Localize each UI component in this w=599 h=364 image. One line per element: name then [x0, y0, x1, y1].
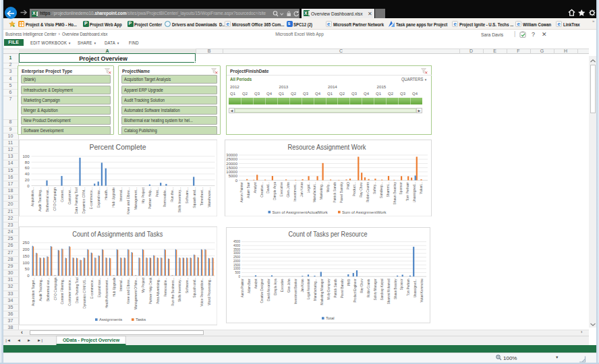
svg-text:1500: 1500 [233, 264, 241, 267]
svg-text:Dimple Arya: Dimple Arya [273, 181, 277, 200]
svg-text:Investment...: Investment... [293, 182, 297, 202]
svg-text:Creative Designer: Creative Designer [260, 278, 264, 303]
svg-text:80: 80 [24, 160, 29, 164]
svg-text:Dynamics CRM US...: Dynamics CRM US... [83, 278, 86, 309]
svg-text:Jan Kotas: Jan Kotas [301, 278, 304, 293]
svg-text:Removable...: Removable... [163, 187, 167, 207]
svg-text:25000: 25000 [226, 157, 237, 161]
svg-text:Shaun Beasley: Shaun Beasley [393, 181, 397, 204]
svg-text:Print Advertising...: Print Advertising... [156, 278, 159, 304]
svg-text:Sum of AssignmentActualWork: Sum of AssignmentActualWork [273, 210, 329, 214]
svg-text:Count of Tasks per Resource: Count of Tasks per Resource [289, 231, 368, 238]
svg-text:150: 150 [22, 254, 30, 258]
svg-text:Knee and Elbow...: Knee and Elbow... [127, 278, 130, 304]
svg-text:Assignments: Assignments [99, 317, 122, 322]
svg-text:Glen John: Glen John [287, 278, 291, 293]
svg-text:Acquisition...: Acquisition... [30, 187, 34, 206]
svg-text:Warehouse...: Warehouse... [206, 187, 210, 208]
svg-text:Partner Help...: Partner Help... [148, 187, 152, 209]
svg-text:Molly...: Molly... [326, 182, 330, 192]
svg-text:Patrick Sands: Patrick Sands [333, 181, 337, 202]
svg-text:E-commerce...: E-commerce... [90, 278, 93, 299]
svg-text:20: 20 [24, 177, 29, 181]
svg-text:Adam Barr: Adam Barr [246, 181, 250, 198]
svg-text:Removable...: Removable... [163, 278, 167, 297]
svg-text:4000: 4000 [233, 244, 241, 247]
svg-text:Tasks: Tasks [136, 317, 146, 322]
svg-text:Run the...: Run the... [170, 187, 174, 202]
svg-text:PMO: PMO [346, 181, 350, 189]
svg-text:Yukari...: Yukari... [419, 182, 423, 194]
svg-text:Voice Recognition...: Voice Recognition... [200, 278, 204, 307]
svg-text:Patrick Sands: Patrick Sands [334, 278, 337, 298]
svg-text:Legal...: Legal... [306, 182, 310, 193]
svg-text:Word Processing...: Word Processing... [207, 278, 210, 305]
svg-text:Health Assessment...: Health Assessment... [105, 278, 108, 309]
svg-text:Content...: Content... [59, 187, 63, 202]
svg-text:Audit Tracking...: Audit Tracking... [37, 187, 41, 212]
svg-text:Dimple Arya: Dimple Arya [274, 278, 277, 295]
svg-text:Management...: Management... [133, 187, 137, 210]
svg-text:Content Filtering...: Content Filtering... [61, 278, 64, 305]
svg-text:Sponsor: Sponsor [399, 181, 403, 194]
svg-text:Data Parsing Tool: Data Parsing Tool [74, 187, 78, 214]
svg-text:5000: 5000 [229, 174, 238, 178]
svg-text:Data Parsing Tool: Data Parsing Tool [76, 278, 79, 304]
svg-text:10000: 10000 [226, 170, 237, 174]
svg-text:Customer service...: Customer service... [68, 278, 72, 306]
svg-text:Yukari Kemmotsu: Yukari Kemmotsu [420, 278, 424, 303]
svg-text:Ray Chow: Ray Chow [360, 278, 364, 293]
svg-text:Aaron Painter: Aaron Painter [241, 278, 244, 297]
svg-text:Executive: Executive [279, 181, 283, 196]
svg-text:100: 100 [22, 261, 30, 265]
svg-text:Expand raw...: Expand raw... [96, 187, 101, 208]
svg-text:CFO Campaign: CFO Campaign [52, 187, 56, 210]
svg-text:Internal...: Internal... [118, 187, 122, 202]
svg-text:500: 500 [235, 271, 240, 274]
svg-text:My Project: My Project [140, 187, 144, 203]
svg-text:Internal...: Internal... [119, 278, 123, 291]
svg-text:Executive: Executive [281, 278, 284, 292]
svg-text:250: 250 [22, 241, 30, 245]
svg-text:David Alexander: David Alexander [267, 278, 270, 301]
svg-text:Manufacturing...: Manufacturing... [314, 279, 317, 301]
svg-text:Sum of AssignmentWork: Sum of AssignmentWork [342, 210, 387, 214]
svg-text:Unassigned...: Unassigned... [413, 279, 417, 298]
svg-text:1000: 1000 [233, 267, 241, 270]
svg-text:Glen John: Glen John [286, 181, 290, 197]
svg-text:Tom Perham: Tom Perham [407, 278, 410, 296]
svg-text:3500: 3500 [233, 248, 241, 251]
svg-text:15000: 15000 [226, 165, 237, 169]
svg-text:Acquisition Target...: Acquisition Target... [31, 278, 34, 307]
svg-text:Legal Assistant: Legal Assistant [307, 278, 310, 299]
svg-text:100: 100 [22, 154, 30, 158]
svg-text:Product Engineer: Product Engineer [353, 278, 357, 302]
svg-text:Software...: Software... [186, 278, 189, 293]
svg-text:Shammi...: Shammi... [386, 182, 390, 198]
svg-text:4500: 4500 [233, 240, 241, 243]
svg-text:Customer...: Customer... [67, 187, 71, 205]
svg-text:Squash and...: Squash and... [193, 278, 196, 298]
svg-text:Product...: Product... [352, 182, 356, 196]
svg-text:Safety Manager: Safety Manager [374, 278, 377, 300]
svg-text:Unassigned...: Unassigned... [412, 182, 416, 203]
svg-text:3000: 3000 [233, 251, 241, 255]
svg-text:Safety...: Safety... [372, 182, 376, 194]
svg-text:Health...: Health... [104, 187, 108, 200]
svg-text:Creative...: Creative... [260, 182, 264, 198]
svg-text:Ray Chow: Ray Chow [359, 181, 363, 197]
svg-text:Sandeep...: Sandeep... [379, 182, 383, 198]
svg-text:Aaron Painter: Aaron Painter [239, 181, 244, 202]
svg-text:Skills Inventory...: Skills Inventory... [177, 187, 181, 212]
svg-text:Manufacturi...: Manufacturi... [312, 182, 316, 202]
svg-text:Marketing...: Marketing... [319, 182, 323, 200]
svg-text:Hub Upgrade: Hub Upgrade [111, 187, 115, 207]
svg-text:E-commerce...: E-commerce... [89, 187, 93, 210]
svg-text:Jan Kotas: Jan Kotas [300, 181, 304, 197]
svg-text:Skills Inventory...: Skills Inventory... [178, 278, 181, 303]
svg-text:Biothermal ear...: Biothermal ear... [46, 278, 49, 302]
svg-text:50: 50 [24, 267, 29, 271]
svg-text:Sponsor: Sponsor [400, 278, 403, 290]
svg-text:Pawel Bansky: Pawel Bansky [341, 278, 344, 298]
svg-text:Robin Counts: Robin Counts [367, 278, 370, 297]
